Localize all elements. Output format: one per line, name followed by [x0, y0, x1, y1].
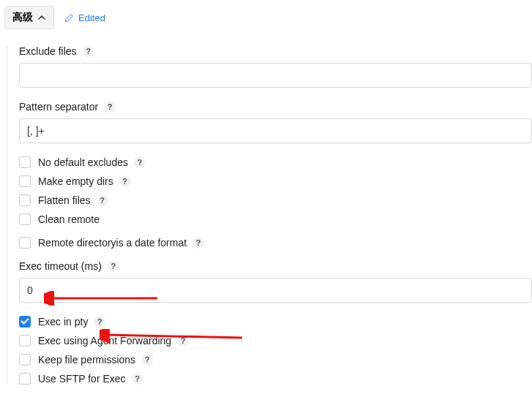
- no-default-excludes-label[interactable]: No default excludes?: [38, 156, 146, 168]
- make-empty-dirs-label[interactable]: Make empty dirs?: [38, 175, 131, 187]
- flatten-files-checkbox[interactable]: [19, 194, 31, 206]
- no-default-excludes-row: No default excludes?: [19, 156, 532, 168]
- remote-directory-date-label[interactable]: Remote directoryis a date format?: [38, 237, 204, 249]
- clean-remote-checkbox[interactable]: [19, 213, 31, 225]
- flatten-files-row: Flatten files?: [19, 194, 532, 206]
- keep-file-permissions-checkbox[interactable]: [19, 354, 31, 366]
- help-icon[interactable]: ?: [134, 156, 146, 168]
- flatten-files-label[interactable]: Flatten files?: [38, 194, 108, 206]
- advanced-collapse-label: 高级: [12, 11, 33, 24]
- remote-directory-date-checkbox[interactable]: [19, 237, 31, 249]
- help-icon[interactable]: ?: [132, 373, 143, 385]
- clean-remote-row: Clean remote: [19, 213, 532, 225]
- advanced-content: Exclude files ? Pattern separator ? No d…: [7, 45, 532, 385]
- edited-label: Edited: [78, 12, 105, 23]
- help-icon[interactable]: ?: [108, 260, 119, 272]
- help-icon[interactable]: ?: [97, 194, 108, 206]
- keep-file-permissions-label[interactable]: Keep file permissions?: [38, 354, 153, 366]
- exec-timeout-input[interactable]: [19, 278, 532, 303]
- exclude-files-label: Exclude files: [19, 45, 77, 57]
- exec-in-pty-label[interactable]: Exec in pty?: [38, 316, 105, 328]
- pattern-separator-label: Pattern separator: [19, 101, 98, 113]
- exec-timeout-field: Exec timeout (ms) ?: [19, 260, 532, 303]
- chevron-up-icon: [37, 13, 46, 22]
- clean-remote-label[interactable]: Clean remote: [38, 213, 100, 225]
- no-default-excludes-checkbox[interactable]: [19, 156, 31, 168]
- exec-agent-forwarding-checkbox[interactable]: [19, 335, 31, 347]
- pattern-separator-field: Pattern separator ?: [19, 101, 532, 143]
- exec-in-pty-checkbox[interactable]: [19, 316, 31, 328]
- help-icon[interactable]: ?: [119, 175, 131, 187]
- help-icon[interactable]: ?: [94, 316, 105, 328]
- edited-tag[interactable]: Edited: [64, 12, 105, 23]
- exclude-files-field: Exclude files ?: [19, 45, 532, 88]
- make-empty-dirs-checkbox[interactable]: [19, 175, 31, 187]
- exclude-files-input[interactable]: [19, 63, 532, 88]
- use-sftp-for-exec-label[interactable]: Use SFTP for Exec?: [38, 373, 143, 385]
- exec-agent-forwarding-row: Exec using Agent Forwarding?: [19, 335, 532, 347]
- help-icon[interactable]: ?: [83, 45, 94, 57]
- use-sftp-for-exec-checkbox[interactable]: [19, 373, 31, 385]
- advanced-collapse-button[interactable]: 高级: [4, 6, 54, 29]
- use-sftp-for-exec-row: Use SFTP for Exec?: [19, 373, 532, 385]
- keep-file-permissions-row: Keep file permissions?: [19, 354, 532, 366]
- help-icon[interactable]: ?: [177, 335, 189, 347]
- help-icon[interactable]: ?: [192, 237, 204, 249]
- exec-in-pty-row: Exec in pty?: [19, 316, 532, 328]
- exec-timeout-label: Exec timeout (ms): [19, 260, 102, 272]
- remote-directory-date-row: Remote directoryis a date format?: [19, 237, 532, 249]
- make-empty-dirs-row: Make empty dirs?: [19, 175, 532, 187]
- pencil-icon: [64, 13, 74, 23]
- help-icon[interactable]: ?: [104, 101, 116, 113]
- pattern-separator-input[interactable]: [19, 118, 532, 143]
- exec-agent-forwarding-label[interactable]: Exec using Agent Forwarding?: [38, 335, 189, 347]
- help-icon[interactable]: ?: [141, 354, 153, 366]
